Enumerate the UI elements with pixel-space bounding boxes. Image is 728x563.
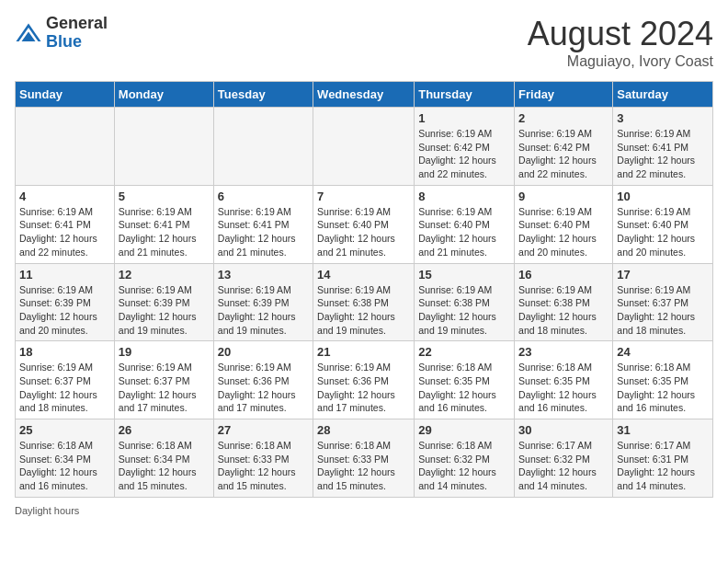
cell-info: Sunrise: 6:18 AMSunset: 6:34 PMDaylight:… [19,439,110,493]
cell-info: Sunrise: 6:19 AMSunset: 6:39 PMDaylight:… [218,283,309,338]
logo-text: General Blue [46,15,108,52]
cell-date: 28 [317,423,410,437]
cell-info: Sunrise: 6:19 AMSunset: 6:36 PMDaylight:… [218,361,309,415]
cell-info: Sunrise: 6:18 AMSunset: 6:35 PMDaylight:… [518,361,609,415]
calendar-cell: 31Sunrise: 6:17 AMSunset: 6:31 PMDayligh… [613,419,713,498]
cell-date: 3 [617,111,709,125]
title-block: August 2024 Maguiayo, Ivory Coast [528,15,713,70]
cell-date: 22 [418,345,510,359]
calendar-cell: 28Sunrise: 6:18 AMSunset: 6:33 PMDayligh… [313,419,415,498]
calendar-cell: 20Sunrise: 6:19 AMSunset: 6:36 PMDayligh… [213,341,313,419]
cell-info: Sunrise: 6:19 AMSunset: 6:40 PMDaylight:… [317,205,410,259]
cell-date: 21 [317,345,410,359]
cell-date: 4 [19,190,110,203]
weekday-header-tuesday: Tuesday [213,82,313,108]
cell-date: 14 [317,268,410,282]
cell-info: Sunrise: 6:19 AMSunset: 6:41 PMDaylight:… [218,205,309,259]
calendar-cell [114,108,213,186]
cell-info: Sunrise: 6:19 AMSunset: 6:38 PMDaylight:… [518,283,609,338]
cell-date: 5 [119,190,210,203]
calendar-cell: 19Sunrise: 6:19 AMSunset: 6:37 PMDayligh… [114,341,213,419]
weekday-header-row: SundayMondayTuesdayWednesdayThursdayFrid… [16,82,713,108]
weekday-header-wednesday: Wednesday [313,82,415,108]
cell-date: 6 [218,190,309,203]
calendar-cell: 9Sunrise: 6:19 AMSunset: 6:40 PMDaylight… [515,185,613,263]
calendar-cell: 4Sunrise: 6:19 AMSunset: 6:41 PMDaylight… [16,185,115,263]
cell-info: Sunrise: 6:19 AMSunset: 6:36 PMDaylight:… [317,361,410,415]
cell-info: Sunrise: 6:19 AMSunset: 6:41 PMDaylight:… [19,205,110,259]
cell-info: Sunrise: 6:18 AMSunset: 6:35 PMDaylight:… [617,361,709,415]
calendar-cell: 21Sunrise: 6:19 AMSunset: 6:36 PMDayligh… [313,341,415,419]
calendar-cell [16,108,115,186]
cell-date: 20 [218,345,309,359]
cell-date: 29 [418,423,510,437]
cell-date: 27 [218,423,309,437]
calendar-cell: 16Sunrise: 6:19 AMSunset: 6:38 PMDayligh… [515,263,613,341]
logo: General Blue [15,15,108,52]
cell-date: 7 [317,190,410,203]
weekday-header-thursday: Thursday [415,82,515,108]
cell-info: Sunrise: 6:18 AMSunset: 6:35 PMDaylight:… [418,361,510,415]
cell-info: Sunrise: 6:19 AMSunset: 6:40 PMDaylight:… [518,205,609,259]
calendar-week-2: 4Sunrise: 6:19 AMSunset: 6:41 PMDaylight… [16,185,713,263]
cell-date: 10 [617,190,709,203]
cell-date: 18 [19,345,110,359]
cell-info: Sunrise: 6:19 AMSunset: 6:42 PMDaylight:… [518,127,609,181]
cell-date: 1 [418,111,510,125]
cell-info: Sunrise: 6:18 AMSunset: 6:32 PMDaylight:… [418,439,510,493]
cell-date: 26 [119,423,210,437]
calendar-cell: 29Sunrise: 6:18 AMSunset: 6:32 PMDayligh… [415,419,515,498]
cell-date: 17 [617,268,709,282]
footer: Daylight hours [15,505,713,516]
cell-info: Sunrise: 6:18 AMSunset: 6:34 PMDaylight:… [119,439,210,493]
cell-date: 8 [418,190,510,203]
calendar-cell: 7Sunrise: 6:19 AMSunset: 6:40 PMDaylight… [313,185,415,263]
cell-info: Sunrise: 6:19 AMSunset: 6:39 PMDaylight:… [19,283,110,338]
calendar-cell: 11Sunrise: 6:19 AMSunset: 6:39 PMDayligh… [16,263,115,341]
footer-label: Daylight hours [15,505,79,516]
calendar-cell [213,108,313,186]
cell-date: 11 [19,268,110,282]
cell-info: Sunrise: 6:19 AMSunset: 6:37 PMDaylight:… [617,283,709,338]
calendar-week-4: 18Sunrise: 6:19 AMSunset: 6:37 PMDayligh… [16,341,713,419]
calendar-cell: 2Sunrise: 6:19 AMSunset: 6:42 PMDaylight… [515,108,613,186]
weekday-header-friday: Friday [515,82,613,108]
cell-info: Sunrise: 6:17 AMSunset: 6:32 PMDaylight:… [518,439,609,493]
calendar-cell: 3Sunrise: 6:19 AMSunset: 6:41 PMDaylight… [613,108,713,186]
cell-info: Sunrise: 6:17 AMSunset: 6:31 PMDaylight:… [617,439,709,493]
cell-date: 13 [218,268,309,282]
calendar-cell: 8Sunrise: 6:19 AMSunset: 6:40 PMDaylight… [415,185,515,263]
page-title: August 2024 [528,15,713,53]
calendar-cell: 17Sunrise: 6:19 AMSunset: 6:37 PMDayligh… [613,263,713,341]
calendar-cell: 13Sunrise: 6:19 AMSunset: 6:39 PMDayligh… [213,263,313,341]
calendar-cell: 18Sunrise: 6:19 AMSunset: 6:37 PMDayligh… [16,341,115,419]
calendar-cell: 27Sunrise: 6:18 AMSunset: 6:33 PMDayligh… [213,419,313,498]
calendar-cell: 25Sunrise: 6:18 AMSunset: 6:34 PMDayligh… [16,419,115,498]
cell-info: Sunrise: 6:18 AMSunset: 6:33 PMDaylight:… [218,439,309,493]
cell-info: Sunrise: 6:19 AMSunset: 6:38 PMDaylight:… [418,283,510,338]
cell-info: Sunrise: 6:19 AMSunset: 6:42 PMDaylight:… [418,127,510,181]
logo-icon [15,22,42,44]
calendar-cell: 26Sunrise: 6:18 AMSunset: 6:34 PMDayligh… [114,419,213,498]
calendar-cell: 1Sunrise: 6:19 AMSunset: 6:42 PMDaylight… [415,108,515,186]
calendar-week-1: 1Sunrise: 6:19 AMSunset: 6:42 PMDaylight… [16,108,713,186]
calendar-cell [313,108,415,186]
cell-date: 19 [119,345,210,359]
page-header: General Blue August 2024 Maguiayo, Ivory… [15,15,713,70]
cell-info: Sunrise: 6:19 AMSunset: 6:40 PMDaylight:… [418,205,510,259]
weekday-header-sunday: Sunday [16,82,115,108]
cell-date: 24 [617,345,709,359]
calendar-cell: 24Sunrise: 6:18 AMSunset: 6:35 PMDayligh… [613,341,713,419]
cell-date: 12 [119,268,210,282]
cell-info: Sunrise: 6:19 AMSunset: 6:41 PMDaylight:… [617,127,709,181]
calendar-cell: 14Sunrise: 6:19 AMSunset: 6:38 PMDayligh… [313,263,415,341]
cell-date: 16 [518,268,609,282]
weekday-header-saturday: Saturday [613,82,713,108]
cell-date: 23 [518,345,609,359]
calendar-cell: 10Sunrise: 6:19 AMSunset: 6:40 PMDayligh… [613,185,713,263]
calendar-cell: 22Sunrise: 6:18 AMSunset: 6:35 PMDayligh… [415,341,515,419]
calendar-cell: 6Sunrise: 6:19 AMSunset: 6:41 PMDaylight… [213,185,313,263]
calendar-cell: 5Sunrise: 6:19 AMSunset: 6:41 PMDaylight… [114,185,213,263]
page-subtitle: Maguiayo, Ivory Coast [528,53,713,70]
cell-info: Sunrise: 6:19 AMSunset: 6:38 PMDaylight:… [317,283,410,338]
